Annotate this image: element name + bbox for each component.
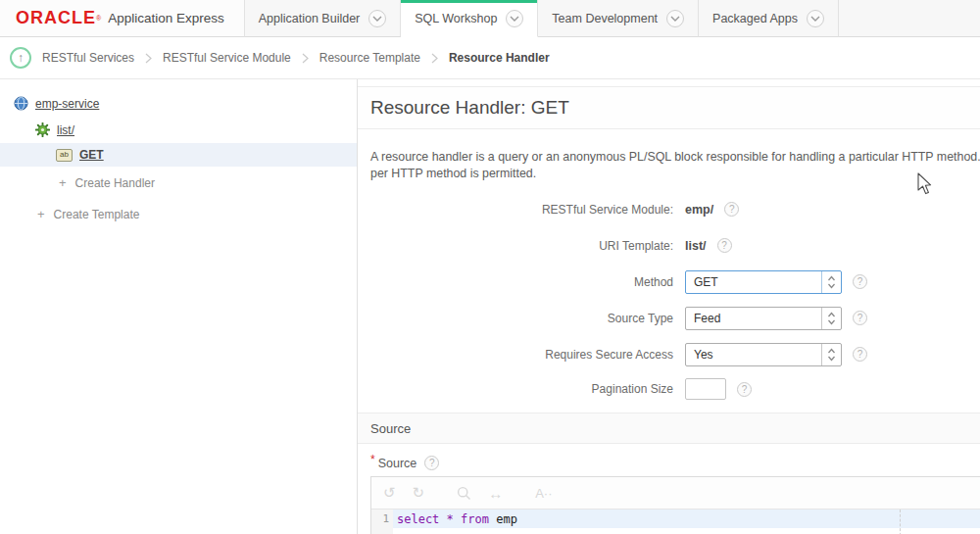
line-number: 1 xyxy=(371,510,389,528)
description-line-1: A resource handler is a query or an anon… xyxy=(370,149,980,166)
form-row-pagination-size: Pagination Size ? xyxy=(358,372,980,406)
requires-secure-access-select[interactable]: Yes xyxy=(685,343,842,366)
plus-icon: + xyxy=(37,207,45,221)
topbar-filler xyxy=(839,0,980,37)
form-row-method: Method GET ? xyxy=(358,264,980,300)
plus-icon: + xyxy=(59,175,67,190)
line-number-gutter: 1 xyxy=(371,510,393,534)
module-value: emp/ xyxy=(685,203,713,217)
handler-icon: ab xyxy=(56,149,73,162)
tab-label: SQL Workshop xyxy=(415,12,497,25)
content-area: emp-service list/ ab GET + Create Handle… xyxy=(0,79,980,534)
gear-icon xyxy=(35,122,50,137)
breadcrumb-resource-template[interactable]: Resource Template xyxy=(319,51,420,65)
help-icon[interactable]: ? xyxy=(424,456,439,470)
handler-form: RESTful Service Module: emp/ ? URI Templ… xyxy=(358,191,980,406)
source-type-select-value: Feed xyxy=(686,308,821,329)
word-wrap-icon[interactable]: ↔ xyxy=(488,485,503,502)
tree-item-create-handler[interactable]: + Create Handler xyxy=(0,170,357,196)
chevron-down-icon[interactable] xyxy=(368,10,386,27)
tab-label: Team Development xyxy=(552,12,658,25)
source-type-select[interactable]: Feed xyxy=(685,307,842,330)
sidebar-tree: emp-service list/ ab GET + Create Handle… xyxy=(0,79,358,534)
spinner-icon[interactable] xyxy=(821,344,841,365)
registered-mark: ® xyxy=(96,12,101,25)
page-title: Resource Handler: GET xyxy=(370,97,569,119)
search-icon[interactable] xyxy=(457,486,471,501)
undo-icon[interactable]: ↺ xyxy=(383,484,396,502)
tree-item-emp-service[interactable]: emp-service xyxy=(0,90,357,117)
code-line-1[interactable]: select * from emp xyxy=(393,510,980,528)
required-marker: * xyxy=(370,453,375,466)
breadcrumb: ↑ RESTful Services RESTful Service Modul… xyxy=(0,37,980,79)
form-row-requires-secure-access: Requires Secure Access Yes ? xyxy=(358,336,980,372)
breadcrumb-separator-icon xyxy=(145,53,152,64)
tree-action-label: Create Handler xyxy=(75,176,155,190)
region-header: Resource Handler: GET xyxy=(358,86,980,129)
tab-application-builder[interactable]: Application Builder xyxy=(245,0,402,37)
oracle-logo: ORACLE xyxy=(16,8,96,28)
spinner-icon[interactable] xyxy=(821,308,841,329)
chevron-down-icon[interactable] xyxy=(666,10,684,27)
editor-body[interactable]: 1 select * from emp xyxy=(371,510,980,534)
mouse-cursor xyxy=(917,172,934,196)
chevron-down-icon[interactable] xyxy=(807,10,824,27)
sql-keyword: from xyxy=(461,512,489,526)
source-field-label-row: * Source ? xyxy=(370,456,980,470)
editor-toolbar: ↺ ↻ ↔ A·· xyxy=(371,477,980,510)
pagination-size-input[interactable] xyxy=(685,378,726,400)
form-row-uri-template: URI Template: list/ ? xyxy=(358,227,980,264)
help-icon[interactable]: ? xyxy=(724,202,739,217)
tree-item-get[interactable]: ab GET xyxy=(0,143,357,167)
tree-item-create-template[interactable]: + Create Template xyxy=(0,201,357,227)
code-editor: ↺ ↻ ↔ A·· 1 select * from emp xyxy=(370,476,980,534)
sql-keyword: select xyxy=(397,512,439,526)
tab-sql-workshop[interactable]: SQL Workshop xyxy=(401,0,538,37)
tree-item-list[interactable]: list/ xyxy=(0,117,357,143)
field-label: Pagination Size xyxy=(358,382,673,396)
field-label: Requires Secure Access xyxy=(358,348,673,362)
method-select[interactable]: GET xyxy=(685,270,842,294)
redo-icon[interactable]: ↻ xyxy=(413,484,425,502)
source-section-title: Source xyxy=(370,421,411,436)
code-pane[interactable]: select * from emp xyxy=(393,510,980,534)
tab-packaged-apps[interactable]: Packaged Apps xyxy=(699,0,839,37)
source-section-header: Source xyxy=(358,413,980,444)
description-line-2: per HTTP method is permitted. xyxy=(370,166,980,182)
breadcrumb-resource-handler: Resource Handler xyxy=(449,51,550,65)
method-select-value: GET xyxy=(686,271,821,293)
help-icon[interactable]: ? xyxy=(737,382,752,397)
tree-link-label: GET xyxy=(79,148,104,162)
uri-template-value: list/ xyxy=(685,239,707,253)
field-label: Source Type xyxy=(358,312,673,325)
breadcrumb-restful-service-module[interactable]: RESTful Service Module xyxy=(163,51,291,65)
spinner-icon[interactable] xyxy=(821,271,841,293)
help-icon[interactable]: ? xyxy=(853,347,867,362)
tab-label: Packaged Apps xyxy=(712,12,798,25)
chevron-down-icon[interactable] xyxy=(506,10,523,27)
help-icon[interactable]: ? xyxy=(853,274,867,289)
globe-icon xyxy=(14,96,28,111)
tree-action-label: Create Template xyxy=(54,208,140,221)
field-label: Method xyxy=(358,275,673,289)
breadcrumb-restful-services[interactable]: RESTful Services xyxy=(42,51,134,65)
tab-team-development[interactable]: Team Development xyxy=(538,0,699,37)
product-name: Application Express xyxy=(108,11,224,25)
sql-identifier: emp xyxy=(496,512,517,526)
help-icon[interactable]: ? xyxy=(853,311,867,325)
main-panel: Resource Handler: GET A resource handler… xyxy=(358,79,980,534)
breadcrumb-separator-icon xyxy=(431,53,438,64)
form-row-source-type: Source Type Feed ? xyxy=(358,300,980,336)
font-size-icon[interactable]: A·· xyxy=(535,486,552,501)
tab-label: Application Builder xyxy=(259,12,361,25)
help-icon[interactable]: ? xyxy=(717,238,732,253)
field-label: URI Template: xyxy=(358,239,673,253)
tree-link-label: list/ xyxy=(57,123,74,137)
form-row-restful-service-module: RESTful Service Module: emp/ ? xyxy=(358,191,980,227)
sql-star: * xyxy=(447,512,454,526)
breadcrumb-separator-icon xyxy=(302,53,309,64)
brand-logo: ORACLE® Application Express xyxy=(0,0,245,37)
handler-description: A resource handler is a query or an anon… xyxy=(370,149,980,182)
source-field-label: Source xyxy=(378,457,417,470)
up-arrow-icon[interactable]: ↑ xyxy=(10,47,31,69)
